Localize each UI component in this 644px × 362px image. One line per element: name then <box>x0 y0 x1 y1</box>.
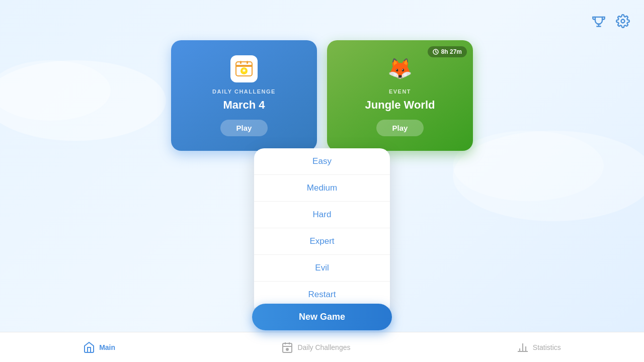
settings-icon-button[interactable] <box>614 12 632 30</box>
nav-statistics[interactable]: Statistics <box>507 337 571 357</box>
daily-challenge-title: March 4 <box>223 99 265 112</box>
top-right-icons <box>590 12 632 30</box>
trophy-icon-button[interactable] <box>590 12 608 30</box>
daily-challenge-play-button[interactable]: Play <box>220 120 268 136</box>
nav-statistics-label: Statistics <box>533 343 561 351</box>
difficulty-dropdown: Easy Medium Hard Expert Evil Restart <box>254 148 390 308</box>
nav-main-label: Main <box>99 343 115 351</box>
svg-point-16 <box>286 348 288 350</box>
cards-container: DAILY CHALLENGE March 4 Play 8h 27m 🦊 EV… <box>161 40 483 151</box>
nav-main[interactable]: Main <box>73 337 125 357</box>
event-play-button[interactable]: Play <box>376 120 424 136</box>
home-icon <box>83 341 95 353</box>
svg-rect-9 <box>240 61 242 64</box>
bar-chart-icon <box>517 341 529 353</box>
event-label: EVENT <box>389 88 411 95</box>
daily-challenge-icon <box>230 55 258 82</box>
nav-daily-challenges-label: Daily Challenges <box>297 343 350 351</box>
difficulty-expert[interactable]: Expert <box>254 228 390 255</box>
svg-rect-10 <box>247 61 248 64</box>
event-title: Jungle World <box>365 99 435 112</box>
svg-rect-6 <box>236 65 252 67</box>
difficulty-hard[interactable]: Hard <box>254 202 390 228</box>
svg-point-1 <box>0 60 111 121</box>
svg-point-0 <box>0 60 166 141</box>
difficulty-easy[interactable]: Easy <box>254 148 390 175</box>
svg-point-4 <box>621 20 625 23</box>
event-card[interactable]: 8h 27m 🦊 EVENT Jungle World Play <box>327 40 473 151</box>
nav-daily-challenges[interactable]: Daily Challenges <box>271 337 360 357</box>
difficulty-medium[interactable]: Medium <box>254 175 390 202</box>
daily-challenge-label: DAILY CHALLENGE <box>212 88 276 95</box>
new-game-button[interactable]: New Game <box>252 304 392 330</box>
calendar-nav-icon <box>281 341 293 353</box>
difficulty-evil[interactable]: Evil <box>254 255 390 282</box>
event-timer-text: 8h 27m <box>441 48 462 55</box>
daily-challenge-card[interactable]: DAILY CHALLENGE March 4 Play <box>171 40 317 151</box>
bottom-nav: Main Daily Challenges Statistics <box>0 332 644 362</box>
event-timer-badge: 8h 27m <box>428 46 467 57</box>
event-icon: 🦊 <box>386 55 414 82</box>
